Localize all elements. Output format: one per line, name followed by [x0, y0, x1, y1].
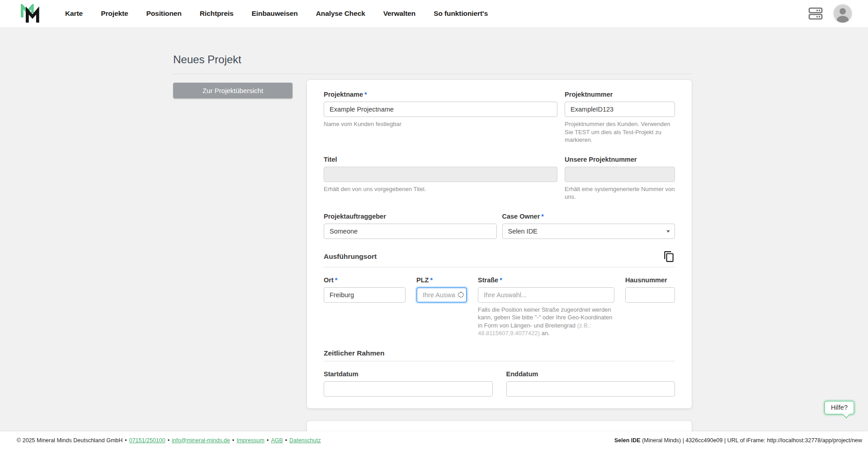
ort-label: Ort	[324, 276, 334, 284]
avatar-head	[840, 8, 846, 14]
copyright-text: © 2025 Mineral Minds Deutschland GmbH	[17, 437, 123, 444]
session-details: (Mineral Minds) | 4326cc490e09 | URL of …	[641, 437, 862, 444]
project-form-card: Projektname* Name vom Kunden festlegbar …	[307, 80, 692, 408]
titel-helper: Erhält den von uns vorgegebenen Titel.	[324, 185, 557, 193]
required-asterisk: *	[541, 213, 544, 220]
copy-address-button[interactable]	[663, 251, 675, 262]
field-unsere-projektnummer: Unsere Projektnummer Erhält eine systemg…	[565, 156, 675, 201]
field-projektauftraggeber: Projektauftraggeber	[324, 213, 497, 239]
case-owner-label: Case Owner	[502, 213, 540, 220]
footer-link-impressum[interactable]: Impressum	[236, 437, 264, 444]
section-divider	[324, 361, 675, 361]
footer-link-phone[interactable]: 07151/250100	[129, 437, 165, 444]
footer-left: © 2025 Mineral Minds Deutschland GmbH•07…	[17, 437, 321, 444]
avatar-icon[interactable]	[834, 5, 852, 23]
footer-link-datenschutz[interactable]: Datenschutz	[289, 437, 321, 444]
titel-input	[324, 167, 557, 182]
required-asterisk: *	[430, 276, 433, 284]
projektname-helper: Name vom Kunden festlegbar	[324, 120, 557, 128]
titel-label: Titel	[324, 156, 557, 163]
page-title: Neues Projekt	[173, 53, 692, 66]
nav-item-richtpreis[interactable]: Richtpreis	[200, 9, 234, 18]
nav-item-verwalten[interactable]: Verwalten	[383, 9, 415, 18]
hausnummer-input[interactable]	[625, 287, 675, 303]
footer-link-email[interactable]: info@mineral-minds.de	[172, 437, 230, 444]
nav-item-einbauweisen[interactable]: Einbauweisen	[252, 9, 298, 18]
copy-icon	[663, 251, 675, 262]
nav-item-karte[interactable]: Karte	[65, 9, 83, 18]
field-projektnummer: Projektnummer Projektnummer des Kunden. …	[565, 91, 675, 144]
required-asterisk: *	[335, 276, 338, 284]
footer-link-agb[interactable]: AGB	[271, 437, 283, 444]
unsere-projektnummer-label: Unsere Projektnummer	[565, 156, 675, 163]
top-navigation-bar: Karte Projekte Positionen Richtpreis Ein…	[0, 0, 868, 27]
field-plz: PLZ*	[416, 276, 467, 303]
projektnummer-label: Projektnummer	[565, 91, 675, 98]
section-title-zeitlicher-rahmen: Zeitlicher Rahmen	[324, 349, 384, 357]
left-column: Zur Projektübersicht	[173, 80, 307, 98]
spinner-icon	[458, 292, 464, 298]
enddatum-input[interactable]	[506, 381, 675, 397]
field-strasse: Straße* Falls die Position keiner Straße…	[478, 276, 614, 337]
projektauftraggeber-label: Projektauftraggeber	[324, 213, 497, 220]
unsere-projektnummer-input	[565, 167, 675, 182]
nav-item-projekte[interactable]: Projekte	[101, 9, 128, 18]
nav-item-so-funktionierts[interactable]: So funktioniert's	[434, 9, 488, 18]
strasse-helper: Falls die Position keiner Straße zugeord…	[478, 306, 614, 337]
title-divider	[173, 74, 692, 74]
help-button[interactable]: Hilfe?	[824, 401, 854, 415]
form-column: Projektname* Name vom Kunden festlegbar …	[307, 80, 692, 449]
plz-label: PLZ	[416, 276, 429, 284]
startdatum-label: Startdatum	[324, 370, 493, 378]
required-asterisk: *	[364, 91, 367, 98]
footer-bar: © 2025 Mineral Minds Deutschland GmbH•07…	[0, 431, 868, 449]
field-enddatum: Enddatum	[506, 370, 675, 397]
projektname-input[interactable]	[324, 102, 557, 117]
field-projektname: Projektname* Name vom Kunden festlegbar	[324, 91, 557, 128]
startdatum-input[interactable]	[324, 381, 493, 397]
projektnummer-helper: Projektnummer des Kunden. Verwenden Sie …	[565, 120, 675, 144]
projektauftraggeber-input[interactable]	[324, 224, 497, 239]
section-divider	[324, 267, 675, 267]
section-title-ausfuehrungsort: Ausführungsort	[324, 253, 377, 261]
nav-item-positionen[interactable]: Positionen	[146, 9, 182, 18]
projektname-label: Projektname	[324, 91, 363, 98]
field-titel: Titel Erhält den von uns vorgegebenen Ti…	[324, 156, 557, 193]
field-startdatum: Startdatum	[324, 370, 493, 397]
nav-item-analyse-check[interactable]: Analyse Check	[316, 9, 365, 18]
main-nav: Karte Projekte Positionen Richtpreis Ein…	[65, 9, 488, 18]
strasse-input[interactable]	[478, 287, 614, 303]
case-owner-select[interactable]	[502, 224, 675, 239]
help-button-label: Hilfe?	[831, 404, 848, 411]
field-case-owner: Case Owner*	[502, 213, 675, 239]
unsere-projektnummer-helper: Erhält eine systemgenerierte Nummer von …	[565, 185, 675, 201]
back-to-project-overview-button[interactable]: Zur Projektübersicht	[173, 83, 292, 98]
ort-input[interactable]	[324, 287, 406, 303]
enddatum-label: Enddatum	[506, 370, 675, 378]
footer-session-info: Selen IDE (Mineral Minds) | 4326cc490e09…	[614, 437, 862, 444]
strasse-label: Straße	[478, 276, 498, 284]
field-hausnummer: Hausnummer	[625, 276, 675, 303]
session-user: Selen IDE	[614, 437, 641, 444]
avatar-body	[837, 16, 849, 23]
main-content: Neues Projekt Zur Projektübersicht Proje…	[0, 27, 868, 449]
mineral-minds-logo-icon[interactable]	[20, 4, 42, 23]
dns-icon[interactable]	[808, 7, 823, 20]
field-ort: Ort*	[324, 276, 406, 303]
header-actions	[808, 5, 852, 23]
hausnummer-label: Hausnummer	[625, 276, 675, 284]
projektnummer-input[interactable]	[565, 102, 675, 117]
required-asterisk: *	[500, 276, 502, 284]
